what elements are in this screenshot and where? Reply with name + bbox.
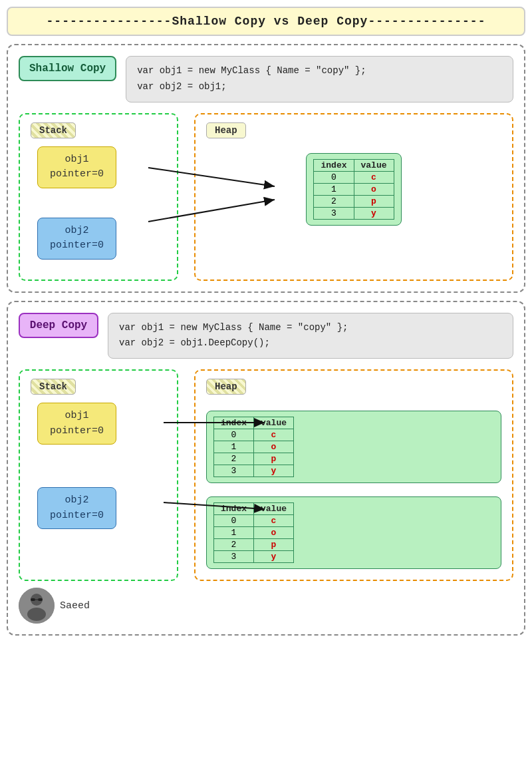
author-name: Saeed (60, 600, 90, 612)
shallow-code-box: var obj1 = new MyClass { Name = "copy" }… (126, 56, 513, 102)
shallow-code-line2: var obj2 = obj1; (137, 81, 226, 92)
deep-diagram-area: Stack obj1 pointer=0 obj2 pointer=0 (19, 369, 513, 581)
shallow-diagram: Stack obj1 pointer=0 obj2 pointer=0 (19, 113, 513, 281)
shallow-stack-box: Stack obj1 pointer=0 obj2 pointer=0 (19, 113, 178, 281)
deep-copy-label: Deep Copy (19, 313, 98, 338)
deep-diagram: Stack obj1 pointer=0 obj2 pointer=0 (19, 369, 513, 581)
shallow-table-value-header: value (354, 159, 394, 171)
deep-copy-section: Deep Copy var obj1 = new MyClass { Name … (7, 301, 525, 636)
shallow-copy-label: Shallow Copy (19, 56, 116, 81)
deep-heap-table2: index value 0c 1o 2p 3y (206, 496, 501, 569)
shallow-header-row: Shallow Copy var obj1 = new MyClass { Na… (19, 56, 513, 102)
shallow-heap-table: index value 0c 1o 2p 3y (306, 153, 401, 226)
avatar-svg (19, 588, 55, 624)
deep-header-row: Deep Copy var obj1 = new MyClass { Name … (19, 313, 513, 359)
shallow-heap-box: Heap index value 0c 1o 2p 3 (194, 113, 513, 281)
shallow-heap-label: Heap (206, 122, 246, 138)
deep-stack-objects: obj1 pointer=0 obj2 pointer=0 (31, 403, 166, 538)
deep-stack-box: Stack obj1 pointer=0 obj2 pointer=0 (19, 369, 178, 581)
deep-heap-label: Heap (206, 379, 246, 395)
svg-rect-9 (31, 598, 35, 601)
deep-stack-label: Stack (31, 379, 76, 395)
shallow-diagram-area: Stack obj1 pointer=0 obj2 pointer=0 (19, 113, 513, 281)
deep-code-box: var obj1 = new MyClass { Name = "copy" }… (108, 313, 513, 359)
page: { "title": "----------------Shallow Copy… (0, 0, 532, 766)
deep-obj2-box: obj2 pointer=0 (37, 487, 116, 529)
shallow-obj2-box: obj2 pointer=0 (37, 218, 116, 260)
deep-code-line2: var obj2 = obj1.DeepCopy(); (119, 337, 270, 348)
svg-rect-10 (38, 598, 43, 601)
svg-point-8 (27, 608, 46, 621)
title-text: ----------------Shallow Copy vs Deep Cop… (47, 15, 486, 28)
deep-code-line1: var obj1 = new MyClass { Name = "copy" }… (119, 322, 348, 333)
deep-heap-box: Heap index value 0c 1o 2p 3y (194, 369, 513, 581)
deep-heap-table1: index value 0c 1o 2p 3y (206, 411, 501, 483)
shallow-copy-section: Shallow Copy var obj1 = new MyClass { Na… (7, 44, 525, 293)
deep-obj1-box: obj1 pointer=0 (37, 403, 116, 445)
title-bar: ----------------Shallow Copy vs Deep Cop… (7, 7, 525, 36)
shallow-stack-objects: obj1 pointer=0 obj2 pointer=0 (31, 146, 166, 269)
author-row: Saeed (19, 588, 513, 624)
avatar (19, 588, 55, 624)
shallow-table-index-header: index (314, 159, 354, 171)
shallow-code-line1: var obj1 = new MyClass { Name = "copy" }… (137, 65, 366, 76)
shallow-stack-label: Stack (31, 122, 76, 138)
shallow-obj1-box: obj1 pointer=0 (37, 146, 116, 188)
